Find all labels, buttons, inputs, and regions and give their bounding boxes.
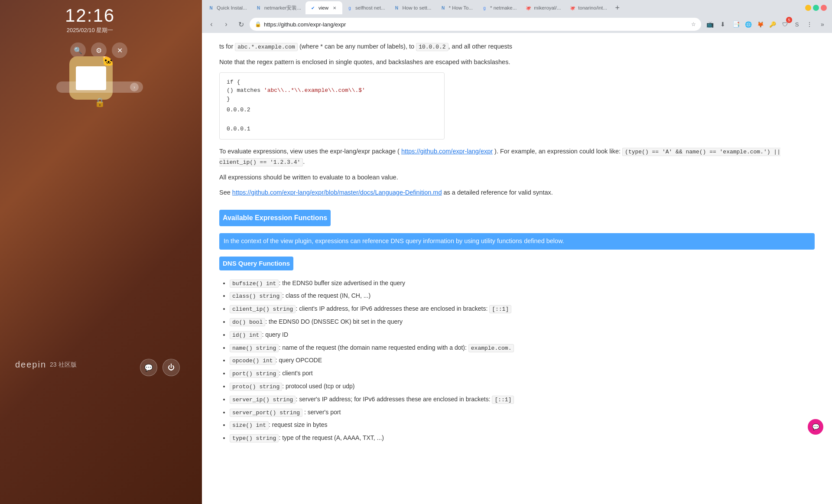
new-tab-button[interactable]: + bbox=[611, 2, 624, 14]
deepin-version: 23 社区版 bbox=[50, 361, 76, 369]
window-controls: − □ ✕ bbox=[805, 5, 830, 11]
code-opcode: opcode() int bbox=[230, 357, 276, 365]
app-icon[interactable]: 🐱 bbox=[69, 56, 113, 100]
func-size: size() int: request size in bytes bbox=[230, 420, 815, 430]
tab-view-active[interactable]: ✔ view ✕ bbox=[306, 1, 342, 14]
note-para: Note that the regex pattern is enclosed … bbox=[219, 57, 815, 67]
expr-para-1: To evaluate expressions, view uses the e… bbox=[219, 146, 815, 167]
lock-arrow-button[interactable]: › bbox=[130, 83, 139, 91]
tab-close-3[interactable]: ✕ bbox=[331, 4, 338, 11]
func-port: port() string: client's port bbox=[230, 368, 815, 379]
code-server-ip: server_ip() string bbox=[230, 396, 296, 404]
tab-favicon-6: N bbox=[440, 5, 446, 11]
settings-icon-btn[interactable]: ⚙ bbox=[91, 42, 107, 58]
code-line-1: if { bbox=[227, 78, 437, 87]
password-input[interactable] bbox=[61, 84, 130, 90]
clock-time: 12:16 bbox=[65, 7, 115, 25]
ext-1password[interactable]: 🔑 bbox=[767, 19, 778, 30]
code-name: name() string bbox=[230, 344, 279, 352]
tab-mikeroyal[interactable]: 🐙 mikeroyal/... bbox=[521, 1, 565, 14]
ext-extra[interactable]: S bbox=[791, 19, 803, 30]
code-line-2: () matches 'abc\\..*\\.example\\.com\\.$… bbox=[227, 86, 437, 95]
close-icon-btn[interactable]: ✕ bbox=[112, 42, 127, 58]
bookmark-button[interactable]: 📑 bbox=[730, 18, 742, 30]
download-button[interactable]: ⬇ bbox=[717, 18, 729, 30]
floating-feedback-button[interactable]: 💬 bbox=[808, 419, 823, 435]
intro-para: ts for abc.*.example.com (where * can be… bbox=[219, 42, 815, 52]
power-btn[interactable]: ⏻ bbox=[162, 359, 180, 376]
tab-label-8: mikeroyal/... bbox=[534, 5, 561, 10]
func-class: class() string: class of the request (IN… bbox=[230, 291, 815, 301]
highlight-context-para: In the context of the view plugin, expre… bbox=[219, 233, 815, 250]
tab-label-7: * netmake... bbox=[490, 5, 517, 10]
tab-favicon-4: g bbox=[347, 5, 353, 11]
func-name: name() string: name of the request (the … bbox=[230, 343, 815, 353]
lock-icon-addr: 🔒 bbox=[255, 21, 261, 27]
link-language-def[interactable]: https://github.com/expr-lang/expr/blob/m… bbox=[232, 189, 442, 196]
link-expr-lang[interactable]: https://github.com/expr-lang/expr bbox=[401, 148, 493, 155]
tab-howto[interactable]: N * How To... bbox=[436, 1, 477, 14]
back-button[interactable]: ‹ bbox=[205, 18, 218, 30]
tab-netmarker[interactable]: N netmarker安装... bbox=[251, 1, 306, 14]
maximize-button[interactable]: □ bbox=[813, 5, 819, 11]
func-opcode: opcode() int: query OPCODE bbox=[230, 355, 815, 366]
desktop-bottom-icons: 💬 ⏻ bbox=[140, 359, 180, 376]
clock-widget: 12:16 2025/02/10 星期一 bbox=[65, 7, 115, 34]
code-ipv6-1: [::1] bbox=[489, 305, 511, 313]
tab-netmake[interactable]: g * netmake... bbox=[477, 1, 521, 14]
code-server-port: server_port() string bbox=[230, 409, 302, 417]
app-icon-char: 🐱 bbox=[101, 56, 113, 67]
code-expr: (type() == 'A' && name() == 'example.com… bbox=[219, 148, 780, 166]
desktop-background: 12:16 2025/02/10 星期一 🔍 ⚙ ✕ 🐱 › 🔒 deepin … bbox=[0, 0, 204, 504]
notification-btn[interactable]: 💬 bbox=[140, 359, 157, 376]
tab-howto-set[interactable]: N How to sett... bbox=[389, 1, 436, 14]
more-tools-button[interactable]: » bbox=[816, 18, 829, 30]
address-bar[interactable]: 🔒 https://github.com/expr-lang/expr ☆ bbox=[250, 18, 701, 31]
search-icon-btn[interactable]: 🔍 bbox=[70, 42, 86, 58]
close-button[interactable]: ✕ bbox=[821, 5, 827, 11]
tab-label-4: selfhost net... bbox=[355, 5, 385, 10]
tab-tonarino[interactable]: 🐙 tonarino/int... bbox=[565, 1, 611, 14]
tab-label-1: Quick Instal... bbox=[217, 5, 247, 10]
minimize-button[interactable]: − bbox=[805, 5, 811, 11]
settings-button[interactable]: ⋮ bbox=[803, 18, 816, 30]
ext-metamask[interactable]: 🦊 bbox=[755, 19, 766, 30]
code-block-container: if { () matches 'abc\\..*\\.example\\.co… bbox=[219, 72, 445, 140]
forward-button[interactable]: › bbox=[220, 18, 232, 30]
expr-para-2: All expressions should be written to eva… bbox=[219, 172, 815, 182]
tab-quick-install[interactable]: N Quick Instal... bbox=[204, 1, 251, 14]
func-do: do() bool: the EDNS0 DO (DNSSEC OK) bit … bbox=[230, 317, 815, 327]
tab-favicon-3: ✔ bbox=[310, 5, 316, 11]
code-id: id() int bbox=[230, 331, 262, 339]
reload-button[interactable]: ↻ bbox=[235, 18, 247, 30]
star-icon: ☆ bbox=[691, 21, 696, 27]
deepin-logo: deepin bbox=[15, 360, 46, 370]
ext-lastpass[interactable]: 🛡 5 bbox=[779, 19, 790, 30]
cast-button[interactable]: 📺 bbox=[704, 18, 716, 30]
browser-chrome: N Quick Instal... N netmarker安装... ✔ vie… bbox=[202, 0, 832, 33]
tab-favicon-8: 🐙 bbox=[525, 5, 531, 11]
func-proto: proto() string: protocol used (tcp or ud… bbox=[230, 381, 815, 392]
code-client-ip: client_ip() string bbox=[230, 305, 296, 313]
func-client-ip: client_ip() string: client's IP address,… bbox=[230, 304, 815, 314]
page-content: ts for abc.*.example.com (where * can be… bbox=[202, 33, 832, 504]
ext-notifier[interactable]: 🌐 bbox=[743, 19, 754, 30]
func-bufsize: bufsize() int: the EDNS0 buffer size adv… bbox=[230, 278, 815, 289]
extensions-area: 🌐 🦊 🔑 🛡 5 S bbox=[743, 19, 803, 30]
tab-bar: N Quick Instal... N netmarker安装... ✔ vie… bbox=[202, 0, 832, 16]
desktop-top-icons: 🔍 ⚙ ✕ bbox=[70, 42, 127, 58]
clock-date: 2025/02/10 星期一 bbox=[65, 26, 115, 34]
tab-favicon-1: N bbox=[208, 5, 214, 11]
code-example-com: example.com. bbox=[468, 344, 514, 352]
code-ip3: 0.0.0.1 bbox=[227, 125, 437, 134]
browser-window: N Quick Instal... N netmarker安装... ✔ vie… bbox=[202, 0, 832, 504]
tab-selfhost[interactable]: g selfhost net... bbox=[342, 1, 389, 14]
code-proto: proto() string bbox=[230, 383, 282, 391]
heading-dns-query: DNS Query Functions bbox=[219, 257, 293, 270]
tab-favicon-5: N bbox=[393, 5, 400, 11]
tab-favicon-7: g bbox=[481, 5, 488, 11]
code-ip2: 0.0.0.2 bbox=[227, 106, 437, 115]
code-line-3: } bbox=[227, 95, 437, 104]
code-do: do() bool bbox=[230, 318, 265, 326]
code-class: class() string bbox=[230, 292, 282, 300]
